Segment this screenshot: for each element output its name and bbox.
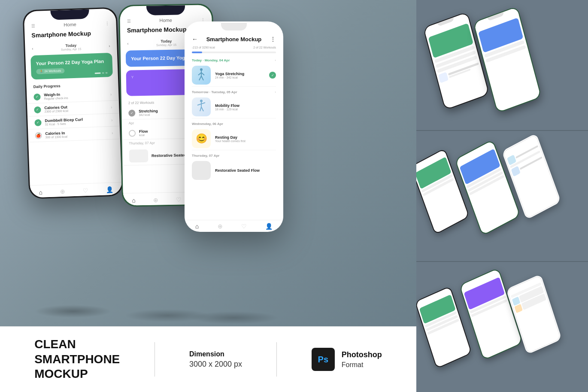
yoga-thumb [192, 66, 211, 85]
menu-icon-2: ☰ [127, 18, 130, 23]
workout-stat: 2 of 22 Workouts [253, 46, 276, 49]
thursday-section: Thursday, 07 Apr Restorative Seated Flow [186, 152, 282, 183]
done-check: ✓ [269, 72, 276, 79]
seated-name: Restorative Seated Flow [215, 168, 276, 173]
phone-2-notch [146, 5, 185, 15]
dimension-label: Dimension [189, 350, 242, 358]
home-nav-3[interactable]: ⌂ [195, 223, 199, 230]
phone-3-title: Smartphone Mockup [206, 36, 262, 43]
phone-1-notch [50, 9, 89, 20]
rest-sub: Your health comes first [215, 140, 276, 143]
product-title-1: CLEAN [34, 338, 120, 351]
mockup-preview: ☰ Home ⋮ Smartphone Mockup ‹ Today Sunda… [0, 0, 416, 326]
search-nav-2[interactable]: ⊕ [153, 196, 158, 203]
title-section: CLEAN SMARTPHONE MOCKUP [34, 338, 120, 381]
phone-1-bottom-nav: ⌂ ⊕ ♡ 👤 [30, 182, 122, 198]
progress-fill [192, 52, 202, 53]
thumbnail-3 [416, 262, 588, 392]
svg-point-6 [200, 100, 203, 102]
cal-stat: -213 of 3290 kcal [192, 46, 215, 49]
svg-line-11 [201, 107, 203, 111]
back-btn[interactable]: ← [192, 36, 198, 43]
mobility-name: Mobility Flow [215, 103, 276, 108]
seated-thumb [192, 161, 211, 180]
thumb-1-content [425, 6, 579, 124]
workout-item-yoga: Yoga Stretching 24 min · 342 kcal ✓ [192, 64, 276, 87]
tomorrow-arrow: › [275, 90, 276, 94]
phone-3-wrapper: ← Smartphone Mockup ⋮ -213 of 3290 kcal … [185, 21, 283, 232]
more-icon-3: ⋮ [270, 36, 276, 43]
search-nav-3[interactable]: ⊕ [218, 223, 223, 230]
product-title-3: MOCKUP [34, 368, 120, 381]
progress-bar [192, 52, 276, 53]
today-label: Today · Monday, 04 Apr › [192, 58, 276, 62]
prev-arrow[interactable]: ‹ [32, 46, 33, 51]
thumb1-img [438, 72, 449, 83]
svg-line-9 [201, 103, 205, 104]
wednesday-section: Wednesday, 06 Apr 😊 Resting Day Your hea… [186, 120, 282, 152]
workout-icon: 🏃 [39, 70, 43, 73]
divider-2 [276, 342, 277, 377]
profile-nav[interactable]: 👤 [106, 186, 113, 194]
workout-item-rest: 😊 Resting Day Your health comes first [192, 128, 276, 150]
phone-3-screen: ← Smartphone Mockup ⋮ -213 of 3290 kcal … [186, 23, 282, 231]
arrow-3: › [111, 118, 113, 122]
more-icon: ⋮ [105, 21, 109, 25]
mobility-svg [195, 99, 208, 115]
home-nav[interactable]: ⌂ [39, 189, 42, 196]
svg-line-5 [201, 76, 203, 80]
workout-item-seated: Restorative Seated Flow [192, 159, 276, 182]
hero-title: Your Person 22 Day Yoga Plan [36, 58, 107, 67]
hero-badge: 🏃 24 Workouts [36, 68, 65, 74]
phone-1-wrapper: ☰ Home ⋮ Smartphone Mockup ‹ Today Sunda… [22, 7, 123, 199]
svg-line-4 [199, 76, 201, 80]
rest-name: Resting Day [215, 135, 276, 140]
progress-item-4: 🍎 Calories In 300 of 1300 kcal › [28, 127, 120, 143]
menu-icon: ☰ [31, 23, 35, 28]
thu-label: Thursday, 07 Apr [192, 154, 276, 158]
check-p2-2 [129, 130, 136, 137]
thumb3-p1-screen [416, 287, 471, 368]
next-arrow[interactable]: › [109, 43, 110, 48]
yoga-name: Yoga Stretching [215, 72, 269, 76]
stats-bar: -213 of 3290 kcal 2 of 22 Workouts [186, 45, 282, 50]
thumbnail-2 [416, 131, 588, 262]
format-section: Ps Photoshop Format [312, 348, 382, 371]
svg-point-0 [200, 68, 203, 71]
arrow-1: › [110, 92, 112, 97]
check-4: 🍎 [35, 132, 42, 139]
card-dots [95, 72, 108, 74]
profile-nav-3[interactable]: 👤 [265, 223, 273, 230]
thumb1-p2-notch [487, 12, 504, 21]
workout-item-mobility: Mobility Flow 18 min · 129 kcal [192, 96, 276, 119]
thumbnail-1 [416, 0, 588, 131]
mobility-thumb [192, 97, 211, 116]
nav-date: Today Sunday, Apr 15 [61, 43, 81, 51]
heart-nav-3[interactable]: ♡ [241, 223, 247, 230]
prev-arrow-2[interactable]: ‹ [127, 41, 128, 46]
tomorrow-section: Tomorrow · Tuesday, 05 Apr › [186, 88, 282, 120]
mobility-sub: 18 min · 129 kcal [215, 108, 276, 111]
search-nav[interactable]: ⊕ [60, 188, 66, 195]
phone-1-screen: ☰ Home ⋮ Smartphone Mockup ‹ Today Sunda… [24, 8, 122, 198]
hero-card-green: Your Person 22 Day Yoga Plan 🏃 24 Workou… [30, 53, 113, 80]
right-area [416, 0, 588, 392]
svg-line-3 [201, 73, 204, 75]
thumb-2-content [421, 137, 584, 255]
phone-3-notch [215, 23, 253, 32]
home-nav-2[interactable]: ⌂ [132, 197, 136, 204]
phone-1: ☰ Home ⋮ Smartphone Mockup ‹ Today Sunda… [22, 7, 123, 199]
heart-nav-2[interactable]: ♡ [176, 196, 181, 203]
thumb1-p2-screen [474, 7, 541, 112]
info-3: Dumbbell Bicep Curl 32 Kcal · 5 Sets [45, 116, 111, 126]
info-1: Weigh-In Regular check-ins [44, 91, 110, 100]
heart-nav[interactable]: ♡ [83, 187, 89, 194]
thumb1-notch [437, 18, 455, 27]
format-sub: Format [342, 361, 382, 369]
info-bar: CLEAN SMARTPHONE MOCKUP Dimension 3000 x… [0, 326, 416, 392]
divider-1 [155, 342, 155, 377]
nav-date-2: Today Sunday, Apr 15 [156, 39, 177, 47]
header-title: Home [64, 22, 76, 27]
format-text: Photoshop Format [342, 350, 382, 369]
yoga-svg [195, 67, 208, 83]
